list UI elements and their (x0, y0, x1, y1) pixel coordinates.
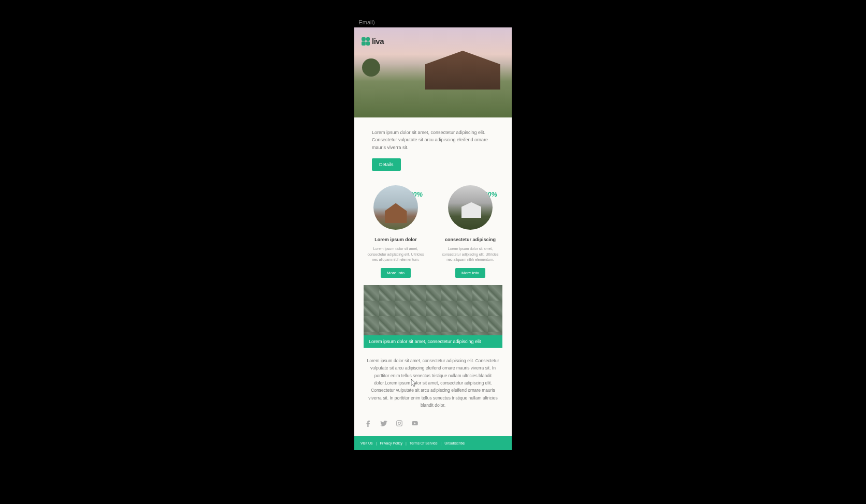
logo-icon (362, 37, 370, 46)
map-section: Lorem ipsum dolor sit amet, consectetur … (354, 281, 512, 348)
hero-image: liva (354, 27, 512, 117)
offers-row: -30% Lorem ipsum dolor Lorem ipsum dolor… (354, 178, 512, 281)
offer-image (448, 185, 493, 230)
offer-title: Lorem ipsum dolor (364, 237, 428, 242)
instagram-icon[interactable] (396, 420, 403, 427)
aerial-image (364, 285, 502, 335)
facebook-icon[interactable] (365, 420, 372, 427)
brand-logo: liva (362, 37, 384, 46)
intro-section: Lorem ipsum dolor sit amet, consectetur … (354, 117, 512, 178)
offer-card: -30% Lorem ipsum dolor Lorem ipsum dolor… (364, 185, 428, 278)
context-label: Email) (359, 19, 375, 25)
footer-link-visit[interactable]: Visit Us (360, 441, 373, 445)
social-row (354, 413, 512, 436)
details-button[interactable]: Details (372, 158, 401, 171)
more-info-button[interactable]: More Info (455, 268, 485, 278)
footer-link-privacy[interactable]: Privacy Policy (380, 441, 402, 445)
offer-title: consectetur adipiscing (438, 237, 502, 242)
footer-separator: | (406, 441, 407, 445)
footer-separator: | (441, 441, 442, 445)
offer-image (373, 185, 418, 230)
footer-link-unsubscribe[interactable]: Unsubscribe (444, 441, 465, 445)
offer-description: Lorem ipsum dolor sit amet, consectetur … (438, 246, 502, 263)
footer-separator: | (376, 441, 377, 445)
footer-link-terms[interactable]: Terms Of Service (410, 441, 438, 445)
brand-name: liva (372, 37, 384, 46)
email-template: liva Lorem ipsum dolor sit amet, consect… (354, 27, 512, 450)
footer: Visit Us | Privacy Policy | Terms Of Ser… (354, 436, 512, 450)
body-paragraph: Lorem ipsum dolor sit amet, consectetur … (354, 348, 512, 413)
twitter-icon[interactable] (380, 420, 387, 427)
offer-card: -20% consectetur adipiscing Lorem ipsum … (438, 185, 502, 278)
more-info-button[interactable]: More Info (381, 268, 411, 278)
youtube-icon[interactable] (411, 420, 418, 427)
map-caption: Lorem ipsum dolor sit amet, consectetur … (364, 335, 502, 348)
offer-description: Lorem ipsum dolor sit amet, consectetur … (364, 246, 428, 263)
intro-text: Lorem ipsum dolor sit amet, consectetur … (372, 129, 494, 151)
